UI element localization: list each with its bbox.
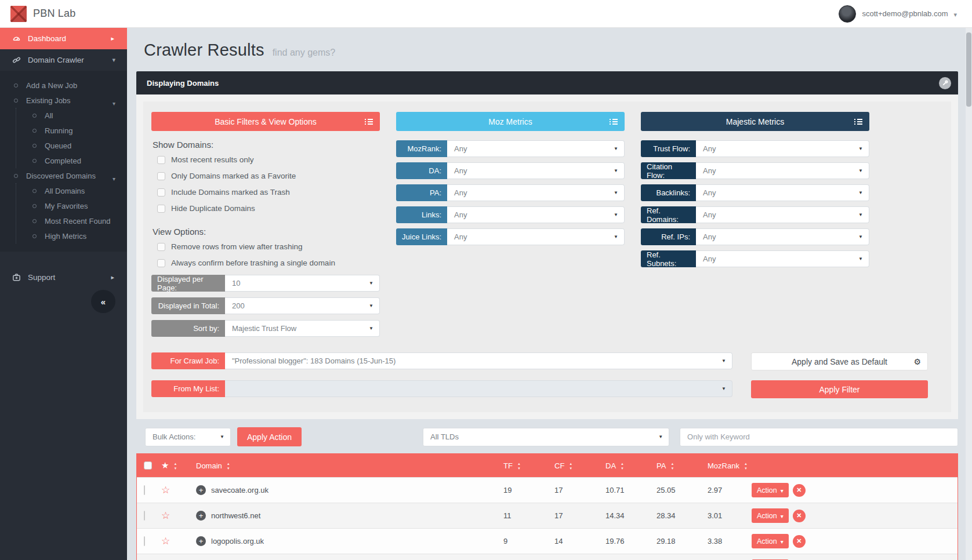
checkbox-option[interactable]: Always confirm before trashing a single …: [157, 259, 380, 267]
tld-select[interactable]: All TLDs: [423, 428, 669, 446]
trash-x-button[interactable]: [793, 535, 806, 548]
metric-select[interactable]: Any: [447, 206, 625, 223]
star-column-header[interactable]: [160, 460, 195, 471]
metric-select[interactable]: Any: [696, 228, 869, 245]
metric-select[interactable]: Any: [696, 206, 869, 223]
cf-column-header[interactable]: CF: [553, 461, 604, 470]
metric-select[interactable]: Any: [447, 162, 625, 179]
moz-metrics-column: Moz Metrics MozRank: Any: [396, 112, 625, 343]
da-column-header[interactable]: DA: [604, 461, 655, 470]
apply-save-default-button[interactable]: Apply and Save as Default: [751, 352, 928, 370]
sidebar-subitem[interactable]: All: [1, 108, 127, 123]
keyword-input[interactable]: [680, 428, 958, 446]
metric-select[interactable]: Any: [447, 140, 625, 157]
my-list-select[interactable]: [225, 380, 732, 397]
select-dropdown[interactable]: Majestic Trust Flow: [225, 320, 380, 337]
sidebar-subitem-label: Most Recent Found: [45, 217, 110, 226]
domain-column-header[interactable]: Domain: [195, 461, 502, 470]
metric-label: MozRank:: [396, 140, 447, 157]
sidebar-subitem[interactable]: High Metrics: [1, 228, 127, 243]
select-all-checkbox[interactable]: [144, 461, 152, 470]
basic-filters-column: Basic Filters & View Options Show Domain…: [151, 112, 380, 343]
select-dropdown[interactable]: 10: [225, 275, 380, 292]
action-dropdown-button[interactable]: Action: [752, 508, 789, 523]
metric-label: PA:: [396, 184, 447, 201]
metric-select[interactable]: Any: [447, 184, 625, 201]
metric-select[interactable]: Any: [696, 250, 869, 267]
pa-column-header[interactable]: PA: [655, 461, 706, 470]
wrench-icon[interactable]: [939, 77, 951, 89]
row-checkbox[interactable]: [144, 536, 145, 546]
domain-name[interactable]: northwest6.net: [211, 511, 260, 520]
sidebar-subitem[interactable]: My Favorites: [1, 198, 127, 213]
checkbox[interactable]: [157, 156, 165, 164]
column-label: CF: [554, 461, 564, 470]
user-menu[interactable]: scott+demo@pbnlab.com: [839, 5, 972, 23]
sidebar-item-support[interactable]: Support: [0, 267, 127, 288]
mozrank-column-header[interactable]: MozRank: [706, 461, 752, 470]
moz-metrics-header[interactable]: Moz Metrics: [396, 112, 625, 131]
favorite-star-icon[interactable]: [161, 512, 170, 521]
displaying-domains-panel: Displaying Domains Basic Filters & View …: [136, 71, 958, 419]
metric-select[interactable]: Any: [696, 140, 869, 157]
tf-column-header[interactable]: TF: [502, 461, 553, 470]
expand-plus-icon[interactable]: [196, 511, 206, 521]
sidebar-item-domain-crawler[interactable]: Domain Crawler: [0, 49, 127, 71]
favorite-star-icon[interactable]: [161, 486, 170, 495]
tf-value: 9: [502, 537, 553, 546]
action-dropdown-button[interactable]: Action: [752, 534, 789, 548]
checkbox[interactable]: [157, 172, 165, 180]
brand[interactable]: PBN Lab: [0, 6, 75, 22]
sidebar-collapse-button[interactable]: [91, 290, 115, 313]
filter-area: Basic Filters & View Options Show Domain…: [143, 101, 951, 412]
sidebar-subitem[interactable]: Completed: [1, 153, 127, 168]
checkbox[interactable]: [157, 188, 165, 197]
table-row: ohcrybaby.com 7 20 19.20 32.59 3.97 Acti…: [137, 554, 958, 560]
checkbox-option[interactable]: Hide Duplicate Domains: [157, 204, 380, 213]
domain-name[interactable]: savecoate.org.uk: [211, 486, 269, 494]
apply-filter-button[interactable]: Apply Filter: [751, 380, 928, 398]
sidebar-subitem[interactable]: All Domains: [1, 183, 127, 198]
sidebar-subitem[interactable]: Running: [1, 123, 127, 138]
metric-select[interactable]: Any: [447, 228, 625, 245]
my-list-label: From My List:: [151, 380, 225, 397]
expand-plus-icon[interactable]: [196, 536, 206, 546]
sidebar-item-discovered-domains[interactable]: Discovered Domains: [0, 168, 127, 183]
trash-x-button[interactable]: [793, 484, 806, 497]
sidebar-item-label: Domain Crawler: [28, 56, 84, 64]
checkbox[interactable]: [157, 259, 165, 267]
select-dropdown[interactable]: 200: [225, 297, 380, 314]
bulk-actions-select[interactable]: Bulk Actions:: [145, 428, 231, 446]
scrollbar-track[interactable]: [966, 28, 972, 560]
metric-filter-row: Ref. Domains: Any: [641, 206, 869, 223]
metric-select[interactable]: Any: [696, 184, 869, 201]
checkbox-option[interactable]: Include Domains marked as Trash: [157, 188, 380, 197]
sidebar-item-add-new-job[interactable]: Add a New Job: [0, 78, 127, 93]
row-checkbox[interactable]: [144, 511, 145, 521]
trash-x-button[interactable]: [793, 510, 806, 522]
column-label: DA: [605, 461, 616, 470]
checkbox[interactable]: [157, 205, 165, 213]
sidebar-subitem[interactable]: Queued: [1, 138, 127, 153]
show-domains-options: Most recent results only Only Domains ma…: [151, 155, 380, 213]
sidebar-item-label: Dashboard: [28, 34, 66, 43]
metric-select[interactable]: Any: [696, 162, 869, 179]
checkbox-option[interactable]: Only Domains marked as a Favorite: [157, 172, 380, 180]
crawl-job-select[interactable]: "Professional blogger": 183 Domains (15-…: [225, 352, 732, 369]
sidebar-item-dashboard[interactable]: Dashboard: [0, 28, 127, 49]
row-checkbox[interactable]: [144, 485, 145, 495]
basic-filters-header[interactable]: Basic Filters & View Options: [151, 112, 380, 131]
checkbox-option[interactable]: Remove rows from view after trashing: [157, 242, 380, 251]
apply-action-button[interactable]: Apply Action: [237, 427, 302, 446]
checkbox[interactable]: [157, 243, 165, 251]
scrollbar-thumb[interactable]: [966, 32, 971, 107]
select-value: "Professional blogger": 183 Domains (15-…: [232, 357, 396, 365]
expand-plus-icon[interactable]: [196, 485, 206, 495]
checkbox-option[interactable]: Most recent results only: [157, 155, 380, 164]
sidebar-item-existing-jobs[interactable]: Existing Jobs: [0, 93, 127, 108]
majestic-metrics-header[interactable]: Majestic Metrics: [641, 112, 869, 131]
action-dropdown-button[interactable]: Action: [752, 483, 789, 497]
domain-name[interactable]: logopolis.org.uk: [211, 537, 264, 546]
favorite-star-icon[interactable]: [161, 537, 170, 546]
sidebar-subitem[interactable]: Most Recent Found: [1, 213, 127, 228]
